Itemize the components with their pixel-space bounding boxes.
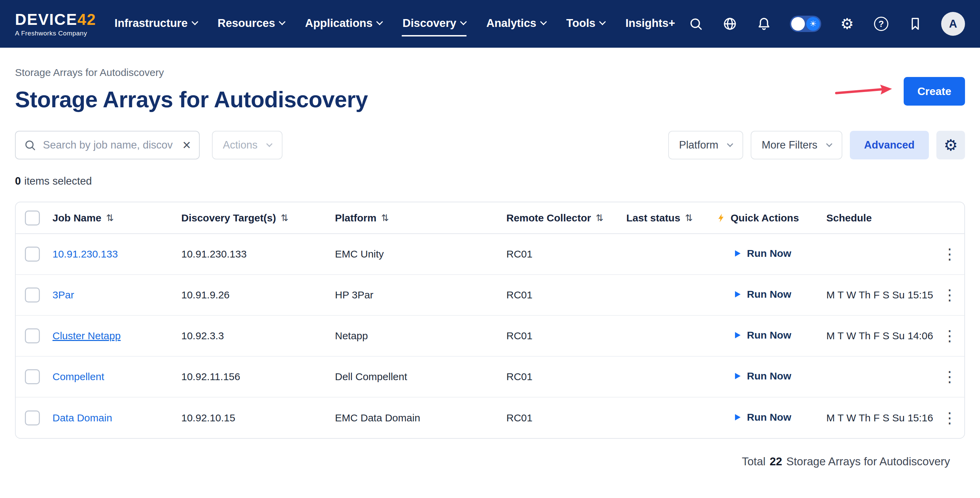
nav-item-label: Discovery [402,17,456,30]
more-filters-dropdown[interactable]: More Filters [751,131,842,159]
selected-count: 0 [15,175,21,187]
row-checkbox[interactable] [25,247,40,262]
row-menu-kebab[interactable]: ⋮ [939,328,961,344]
theme-toggle[interactable]: ☀ [790,16,821,32]
row-checkbox[interactable] [25,369,40,384]
schedule-cell [826,356,939,397]
breadcrumb[interactable]: Storage Arrays for Autodiscovery [15,67,965,78]
brand-wordmark: DEVICE42 [15,11,100,27]
nav-utility-icons: ☀ ⚙ ? A [687,12,965,36]
last-status-cell [626,315,716,356]
run-now-label: Run Now [747,248,791,259]
run-now-button[interactable]: Run Now [733,412,791,423]
remote-collector-cell: RC01 [506,315,626,356]
chevron-down-icon [266,141,272,147]
table-settings-button[interactable]: ⚙ [936,131,965,159]
nav-menu-item[interactable]: Tools [566,11,606,37]
column-header-last-status[interactable]: Last status⇅ [626,202,716,234]
sort-icon[interactable]: ⇅ [685,213,693,223]
play-icon [733,330,742,340]
row-menu-kebab[interactable]: ⋮ [939,410,961,425]
device42-logo[interactable]: DEVICE42 A Freshworks Company [15,11,100,37]
schedule-cell [826,234,939,275]
schedule-cell: M T W Th F S Su 15:15 [826,275,939,315]
run-now-label: Run Now [747,412,791,423]
clear-search-icon[interactable]: × [182,138,191,152]
discovery-target-cell: 10.91.9.26 [181,275,335,315]
red-arrow-annotation [834,81,894,101]
nav-menu-item[interactable]: Resources [217,11,286,37]
run-now-button[interactable]: Run Now [733,248,791,259]
total-prefix: Total [742,455,766,468]
platform-cell: EMC Unity [335,234,506,275]
nav-menu-item[interactable]: Infrastructure [114,11,198,37]
chevron-down-icon [376,18,383,25]
sort-icon[interactable]: ⇅ [596,213,603,223]
globe-icon[interactable] [722,16,738,32]
row-menu-kebab[interactable]: ⋮ [939,288,961,302]
job-name-link[interactable]: 10.91.230.133 [52,248,118,259]
run-now-label: Run Now [747,370,791,382]
remote-collector-cell: RC01 [506,397,626,438]
remote-collector-cell: RC01 [506,234,626,275]
create-button[interactable]: Create [904,77,965,106]
row-menu-kebab[interactable]: ⋮ [939,247,961,262]
row-checkbox[interactable] [25,288,40,302]
total-count: 22 [770,455,783,468]
run-now-button[interactable]: Run Now [733,329,791,341]
column-header-job-name[interactable]: Job Name⇅ [52,202,181,234]
selection-status: 0items selected [15,175,965,187]
chevron-down-icon [826,141,832,147]
advanced-button[interactable]: Advanced [850,131,929,159]
platform-cell: HP 3Par [335,275,506,315]
job-name-link[interactable]: 3Par [52,289,74,301]
nav-item-label: Applications [305,17,372,30]
nav-menu-item[interactable]: Applications [304,11,383,37]
column-header-quick-actions: Quick Actions [716,202,826,234]
nav-menu-item[interactable]: Discovery [402,11,466,37]
play-icon [733,412,742,422]
run-now-label: Run Now [747,329,791,341]
table-row: 10.91.230.133 10.91.230.133 EMC Unity RC… [16,234,964,275]
row-checkbox[interactable] [25,410,40,425]
column-header-platform[interactable]: Platform⇅ [335,202,506,234]
table-row: Compellent 10.92.11.156 Dell Compellent … [16,356,964,397]
user-avatar[interactable]: A [941,12,965,36]
actions-dropdown[interactable]: Actions [212,131,283,159]
platform-filter-label: Platform [679,139,718,151]
sort-icon[interactable]: ⇅ [106,213,114,223]
search-box[interactable]: × [15,131,200,159]
platform-cell: Dell Compellent [335,356,506,397]
row-checkbox[interactable] [25,328,40,344]
selected-label: items selected [24,175,92,187]
job-name-link[interactable]: Data Domain [52,412,112,423]
notifications-bell-icon[interactable] [756,16,772,32]
sort-icon[interactable]: ⇅ [281,213,289,223]
job-name-link[interactable]: Compellent [52,371,104,382]
column-header-discovery-targets[interactable]: Discovery Target(s)⇅ [181,202,335,234]
select-all-checkbox[interactable] [25,210,40,226]
sort-icon[interactable]: ⇅ [381,213,389,223]
nav-item-label: Infrastructure [115,17,188,30]
nav-menu-item[interactable]: Analytics [485,11,547,37]
job-name-link[interactable]: Cluster Netapp [52,330,121,341]
bookmark-icon[interactable] [907,16,923,32]
help-icon[interactable]: ? [873,16,889,32]
search-input-icon [24,139,36,151]
gear-icon: ⚙ [943,137,958,153]
run-now-button[interactable]: Run Now [733,370,791,382]
nav-item-label: Insights+ [625,17,675,30]
platform-filter-dropdown[interactable]: Platform [668,131,743,159]
column-header-remote-collector[interactable]: Remote Collector⇅ [506,202,626,234]
nav-menu-item[interactable]: Insights+ [625,11,676,37]
search-input[interactable] [43,139,175,151]
run-now-button[interactable]: Run Now [733,288,791,300]
row-menu-kebab[interactable]: ⋮ [939,369,961,384]
chevron-down-icon [540,18,547,25]
play-icon [733,290,742,299]
last-status-cell [626,397,716,438]
settings-gear-icon[interactable]: ⚙ [839,16,855,32]
nav-item-label: Resources [218,17,275,30]
search-icon[interactable] [687,16,704,32]
nav-item-label: Tools [566,17,596,30]
